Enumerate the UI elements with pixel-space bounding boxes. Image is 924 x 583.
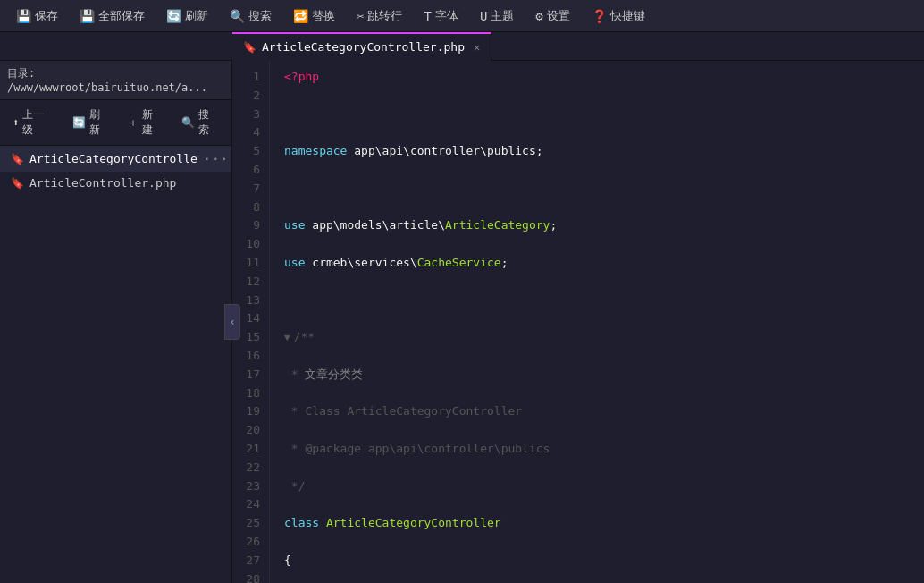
replace-button[interactable]: 🔁 替换 <box>284 4 344 28</box>
settings-label: 设置 <box>547 8 570 24</box>
code-container: 1 2 3 4 5 6 7 8 9 10 11 12 13 14 15 16 1… <box>232 61 924 583</box>
search-button[interactable]: 🔍 搜索 <box>221 4 281 28</box>
tab-icon: 🔖 <box>243 41 256 54</box>
shortcuts-icon: ❓ <box>592 9 607 23</box>
theme-button[interactable]: U 主题 <box>471 4 523 28</box>
shortcuts-label: 快捷键 <box>610 8 645 24</box>
sidebar-new-label: 新建 <box>142 107 163 138</box>
file-more-0[interactable]: ··· <box>203 150 229 167</box>
save-button[interactable]: 💾 保存 <box>7 4 67 28</box>
sidebar-breadcrumb: 目录: /www/wwwroot/bairuituo.net/a... <box>0 61 231 100</box>
refresh-button[interactable]: 🔄 刷新 <box>157 4 217 28</box>
sidebar-search-button[interactable]: 🔍 搜索 <box>176 106 224 139</box>
sidebar-refresh-label: 刷新 <box>89 107 110 138</box>
replace-label: 替换 <box>312 8 335 24</box>
theme-icon: U <box>480 9 487 23</box>
save-label: 保存 <box>35 8 58 24</box>
sidebar-refresh-button[interactable]: 🔄 刷新 <box>67 106 115 139</box>
sidebar-up-button[interactable]: ⬆ 上一级 <box>7 106 60 139</box>
file-name-1: ArticleController.php <box>29 176 176 190</box>
active-tab[interactable]: 🔖 ArticleCategoryController.php ✕ <box>232 32 491 61</box>
search-icon: 🔍 <box>230 9 245 23</box>
sidebar-new-button[interactable]: ＋ 新建 <box>122 106 168 139</box>
up-label: 上一级 <box>22 107 54 138</box>
main-toolbar: 💾 保存 💾 全部保存 🔄 刷新 🔍 搜索 🔁 替换 ✂️ 跳转行 T 字体 U… <box>0 0 924 32</box>
save-all-button[interactable]: 💾 全部保存 <box>71 4 154 28</box>
save-icon: 💾 <box>16 9 31 23</box>
code-area[interactable]: <?php namespace app\api\controller\publi… <box>270 61 924 583</box>
tab-filename: ArticleCategoryController.php <box>262 40 465 54</box>
refresh-label: 刷新 <box>185 8 208 24</box>
tabs-bar: 🔖 ArticleCategoryController.php ✕ <box>0 32 924 61</box>
file-item-0[interactable]: 🔖 ArticleCategoryControlle ··· <box>0 146 231 172</box>
search-label: 搜索 <box>248 8 272 24</box>
sidebar-refresh-icon: 🔄 <box>72 116 86 129</box>
settings-button[interactable]: ⚙️ 设置 <box>526 4 578 28</box>
file-name-0: ArticleCategoryControlle <box>29 152 197 165</box>
sidebar-search-label: 搜索 <box>198 107 219 138</box>
code-editor[interactable]: 1 2 3 4 5 6 7 8 9 10 11 12 13 14 15 16 1… <box>232 61 924 583</box>
shortcuts-button[interactable]: ❓ 快捷键 <box>583 4 654 28</box>
theme-label: 主题 <box>491 8 514 24</box>
save-all-icon: 💾 <box>80 9 95 23</box>
file-icon-1: 🔖 <box>11 177 24 190</box>
goto-label: 跳转行 <box>367 8 402 24</box>
goto-button[interactable]: ✂️ 跳转行 <box>348 4 411 28</box>
save-all-label: 全部保存 <box>98 8 145 24</box>
tab-close-button[interactable]: ✕ <box>474 41 480 54</box>
replace-icon: 🔁 <box>293 9 308 23</box>
font-icon: T <box>424 9 431 23</box>
refresh-icon: 🔄 <box>166 9 181 23</box>
sidebar-new-icon: ＋ <box>128 115 139 131</box>
file-item-1[interactable]: 🔖 ArticleController.php <box>0 172 231 194</box>
up-icon: ⬆ <box>13 116 19 129</box>
settings-icon: ⚙️ <box>535 9 542 23</box>
main-layout: 目录: /www/wwwroot/bairuituo.net/a... ⬆ 上一… <box>0 61 924 583</box>
sidebar-collapse-button[interactable]: ‹ <box>224 304 240 340</box>
breadcrumb-text: 目录: /www/wwwroot/bairuituo.net/a... <box>7 66 224 94</box>
goto-icon: ✂️ <box>357 9 364 23</box>
file-icon-0: 🔖 <box>11 153 24 165</box>
font-label: 字体 <box>435 8 458 24</box>
font-button[interactable]: T 字体 <box>415 4 466 28</box>
sidebar-actions: ⬆ 上一级 🔄 刷新 ＋ 新建 🔍 搜索 <box>0 100 231 146</box>
sidebar: 目录: /www/wwwroot/bairuituo.net/a... ⬆ 上一… <box>0 61 232 583</box>
sidebar-search-icon: 🔍 <box>181 116 195 129</box>
